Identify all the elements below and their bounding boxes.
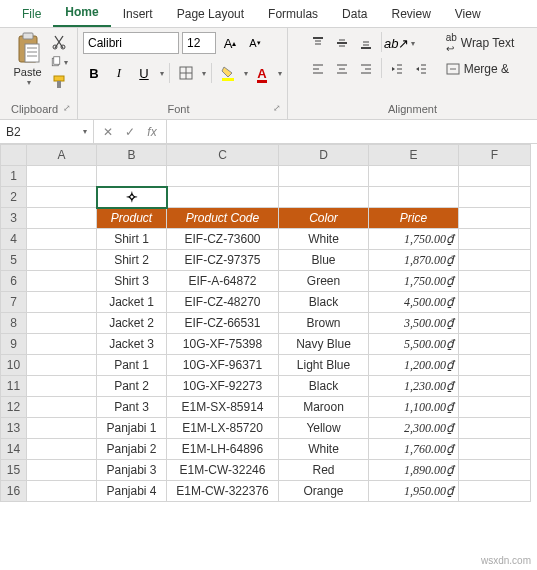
cell[interactable] <box>27 481 97 502</box>
cell[interactable]: 1,230.00₫ <box>369 376 459 397</box>
select-all-corner[interactable] <box>1 145 27 166</box>
cell[interactable]: 10G-XF-75398 <box>167 334 279 355</box>
cell[interactable] <box>27 460 97 481</box>
align-middle-icon[interactable] <box>331 32 353 54</box>
cell[interactable]: EIF-CZ-97375 <box>167 250 279 271</box>
cell[interactable]: Orange <box>279 481 369 502</box>
cell[interactable]: E1M-CW-322376 <box>167 481 279 502</box>
row-header[interactable]: 11 <box>1 376 27 397</box>
cell[interactable] <box>27 229 97 250</box>
cell[interactable] <box>97 166 167 187</box>
row-header[interactable]: 5 <box>1 250 27 271</box>
cut-icon[interactable] <box>50 34 68 50</box>
cell[interactable]: Black <box>279 292 369 313</box>
col-header[interactable]: A <box>27 145 97 166</box>
cell[interactable] <box>167 187 279 208</box>
cell[interactable] <box>27 355 97 376</box>
cell[interactable]: Yellow <box>279 418 369 439</box>
cell[interactable]: Jacket 2 <box>97 313 167 334</box>
font-color-icon[interactable]: A <box>251 62 273 84</box>
cell[interactable]: ✧ <box>97 187 167 208</box>
cell[interactable]: Panjabi 3 <box>97 460 167 481</box>
tab-view[interactable]: View <box>443 1 493 27</box>
row-header[interactable]: 10 <box>1 355 27 376</box>
cell[interactable]: Maroon <box>279 397 369 418</box>
col-header[interactable]: B <box>97 145 167 166</box>
cell[interactable] <box>27 334 97 355</box>
col-header[interactable]: F <box>459 145 531 166</box>
row-header[interactable]: 9 <box>1 334 27 355</box>
tab-review[interactable]: Review <box>379 1 442 27</box>
cell[interactable]: Jacket 1 <box>97 292 167 313</box>
cell[interactable] <box>27 187 97 208</box>
orientation-icon[interactable]: ab↗▾ <box>386 32 414 54</box>
cell[interactable] <box>459 208 531 229</box>
cell[interactable] <box>459 271 531 292</box>
cell[interactable]: Green <box>279 271 369 292</box>
merge-center-button[interactable]: Merge & <box>442 58 519 80</box>
cell[interactable]: Shirt 3 <box>97 271 167 292</box>
cell[interactable]: Panjabi 4 <box>97 481 167 502</box>
cell[interactable]: 1,890.00₫ <box>369 460 459 481</box>
cell[interactable]: Pant 1 <box>97 355 167 376</box>
cell[interactable]: Blue <box>279 250 369 271</box>
cell[interactable] <box>459 187 531 208</box>
cell[interactable] <box>27 439 97 460</box>
paste-button[interactable]: Paste ▾ <box>10 32 46 87</box>
cell[interactable]: 1,950.00₫ <box>369 481 459 502</box>
cell[interactable] <box>459 460 531 481</box>
font-name-select[interactable] <box>83 32 179 54</box>
cell[interactable]: 4,500.00₫ <box>369 292 459 313</box>
cell[interactable]: EIF-CZ-66531 <box>167 313 279 334</box>
cell[interactable] <box>27 313 97 334</box>
cell[interactable]: EIF-A-64872 <box>167 271 279 292</box>
tab-data[interactable]: Data <box>330 1 379 27</box>
cancel-icon[interactable]: ✕ <box>98 122 118 142</box>
cell[interactable] <box>459 355 531 376</box>
cell[interactable]: White <box>279 229 369 250</box>
cell[interactable]: E1M-SX-85914 <box>167 397 279 418</box>
col-header[interactable]: E <box>369 145 459 166</box>
cell[interactable]: 1,200.00₫ <box>369 355 459 376</box>
cell[interactable]: 1,760.00₫ <box>369 439 459 460</box>
cell[interactable]: 5,500.00₫ <box>369 334 459 355</box>
tab-insert[interactable]: Insert <box>111 1 165 27</box>
cell[interactable] <box>369 166 459 187</box>
wrap-text-button[interactable]: ab↩ Wrap Text <box>442 32 519 54</box>
cell[interactable]: Product Code <box>167 208 279 229</box>
row-header[interactable]: 16 <box>1 481 27 502</box>
cell[interactable] <box>27 208 97 229</box>
borders-icon[interactable] <box>175 62 197 84</box>
cell[interactable] <box>459 250 531 271</box>
cell[interactable]: EIF-CZ-73600 <box>167 229 279 250</box>
cell[interactable]: E1M-CW-32246 <box>167 460 279 481</box>
cell[interactable]: Black <box>279 376 369 397</box>
cell[interactable]: 3,500.00₫ <box>369 313 459 334</box>
row-header[interactable]: 2 <box>1 187 27 208</box>
align-right-icon[interactable] <box>355 58 377 80</box>
italic-button[interactable]: I <box>108 62 130 84</box>
cell[interactable]: Color <box>279 208 369 229</box>
cell[interactable]: Pant 2 <box>97 376 167 397</box>
cell[interactable] <box>369 187 459 208</box>
cell[interactable]: 1,750.00₫ <box>369 271 459 292</box>
row-header[interactable]: 7 <box>1 292 27 313</box>
cell[interactable] <box>27 397 97 418</box>
cell[interactable]: Jacket 3 <box>97 334 167 355</box>
cell[interactable]: Price <box>369 208 459 229</box>
cell[interactable]: 2,300.00₫ <box>369 418 459 439</box>
cell[interactable] <box>27 166 97 187</box>
formula-input[interactable] <box>167 120 537 143</box>
row-header[interactable]: 13 <box>1 418 27 439</box>
cell[interactable]: 1,750.00₫ <box>369 229 459 250</box>
row-header[interactable]: 3 <box>1 208 27 229</box>
cell[interactable]: Product <box>97 208 167 229</box>
col-header[interactable]: C <box>167 145 279 166</box>
cell[interactable] <box>27 376 97 397</box>
cell[interactable]: 10G-XF-96371 <box>167 355 279 376</box>
cell[interactable] <box>459 229 531 250</box>
cell[interactable] <box>459 439 531 460</box>
tab-file[interactable]: File <box>10 1 53 27</box>
enter-icon[interactable]: ✓ <box>120 122 140 142</box>
cell[interactable] <box>27 250 97 271</box>
